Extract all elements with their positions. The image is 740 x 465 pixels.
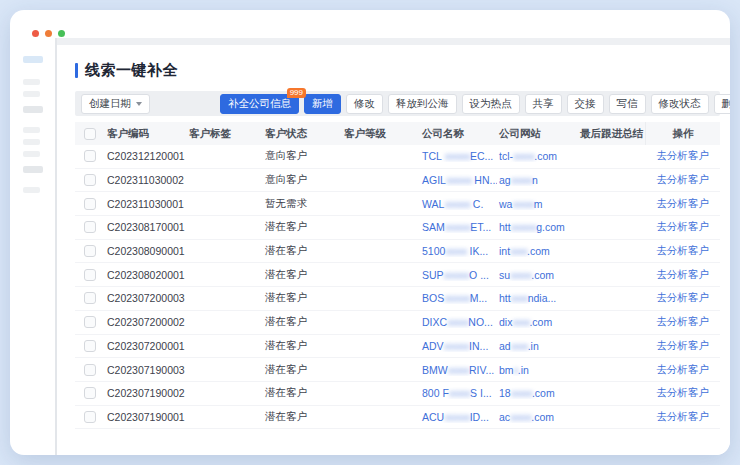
column-header-customer-code: 客户编码 [105,127,187,141]
company-name-link[interactable]: BOSxxxxxxM... [420,292,497,304]
website-tail: .com [534,150,557,162]
company-name-link[interactable]: AGILxxxxxx HN... [420,174,497,186]
column-header-followup-summary: 最后跟进总结 [578,127,645,141]
company-name-visible: SUP [422,269,444,281]
company-website-link[interactable]: httxxxxndia... [497,292,578,304]
complete-company-info-button[interactable]: 补全公司信息 999 [220,94,299,114]
maximize-window-button[interactable] [58,30,65,37]
sidebar-item[interactable] [23,127,40,133]
row-checkbox[interactable] [84,292,96,304]
select-all-checkbox[interactable] [84,128,96,140]
company-name-link[interactable]: 5100xxxxx IK... [420,245,497,257]
row-checkbox[interactable] [84,174,96,186]
company-name-link[interactable]: WALxxxxxx C. [420,198,497,210]
company-name-link[interactable]: BMWxxxxxRIV... [420,364,497,376]
company-website-link[interactable]: tcl-xxxxx.com [497,150,578,162]
analyze-customer-link[interactable]: 去分析客户 [656,173,709,185]
sidebar-section[interactable] [23,106,43,113]
sidebar-item-active[interactable] [23,56,43,63]
analyze-customer-link[interactable]: 去分析客户 [656,363,709,375]
company-name-link[interactable]: SAMxxxxxxET... [420,221,497,233]
analyze-customer-link[interactable]: 去分析客户 [656,410,709,422]
minimize-window-button[interactable] [45,30,52,37]
company-website-link[interactable]: suxxxxx.com [497,269,578,281]
table-row: C202307200003 潜在客户 BOSxxxxxxM... httxxxx… [75,287,720,311]
complete-company-info-label: 补全公司信息 [228,97,291,111]
row-checkbox[interactable] [84,387,96,399]
toolbar-button[interactable]: 修改状态 [651,94,709,114]
company-website-link[interactable]: adxxxx.in [497,340,578,352]
sidebar-item[interactable] [23,139,40,145]
sidebar-item[interactable] [23,151,40,157]
table-row: C202307200002 潜在客户 DIXCxxxxxNO... dixxxx… [75,311,720,335]
table-row: C202308020001 潜在客户 SUPxxxxxxO ... suxxxx… [75,263,720,287]
row-checkbox[interactable] [84,411,96,423]
toolbar-button[interactable]: 删除 [714,94,731,114]
website-tail: .in [528,340,539,352]
row-checkbox[interactable] [84,245,96,257]
page-header: 线索一键补全 [75,60,720,80]
company-name-link[interactable]: DIXCxxxxxNO... [420,316,497,328]
analyze-customer-link[interactable]: 去分析客户 [656,315,709,327]
company-name-visible: 800 F [422,387,449,399]
company-website-link[interactable]: intxxxx.com [497,245,578,257]
analyze-customer-link[interactable]: 去分析客户 [656,244,709,256]
row-checkbox[interactable] [84,150,96,162]
toolbar-button[interactable]: 交接 [567,94,604,114]
website-redacted: xxxx [512,316,529,328]
customer-status-cell: 潜在客户 [263,386,342,400]
sidebar-section[interactable] [23,166,43,173]
toolbar-button[interactable]: 共享 [525,94,562,114]
sidebar-item[interactable] [23,187,40,193]
customer-code-cell: C202312120001 [105,150,187,162]
website-tail: ndia... [528,292,557,304]
company-website-link[interactable]: waxxxxxm [497,198,578,210]
company-name-link[interactable]: SUPxxxxxxO ... [420,269,497,281]
company-name-link[interactable]: 800 FxxxxxS I... [420,387,497,399]
website-tail: g.com [536,221,565,233]
row-checkbox[interactable] [84,269,96,281]
company-website-link[interactable]: agxxxxxn [497,174,578,186]
row-checkbox[interactable] [84,316,96,328]
website-visible: ac [499,411,510,423]
website-visible: htt [499,292,511,304]
company-website-link[interactable]: 18xxxxx.com [497,387,578,399]
analyze-customer-link[interactable]: 去分析客户 [656,220,709,232]
add-button[interactable]: 新增 [304,94,341,114]
toolbar-button[interactable]: 释放到公海 [388,94,457,114]
analyze-customer-link[interactable]: 去分析客户 [656,291,709,303]
sidebar-item[interactable] [23,91,40,97]
table-body: C202312120001 意向客户 TCL xxxxxxEC... tcl-x… [75,145,720,429]
creation-date-filter[interactable]: 创建日期 [81,94,150,114]
leads-table: 客户编码 客户标签 客户状态 客户等级 公司名称 公司网站 最后跟进总结 操作 … [75,122,720,429]
company-name-link[interactable]: TCL xxxxxxEC... [420,150,497,162]
analyze-customer-link[interactable]: 去分析客户 [656,386,709,398]
website-redacted: xxxxxx [511,221,537,233]
toolbar-button[interactable]: 设为热点 [462,94,520,114]
sidebar-item[interactable] [23,79,40,85]
website-tail: .com [529,316,552,328]
company-name-link[interactable]: ACUxxxxxxID... [420,411,497,423]
company-website-link[interactable]: bmx.in [497,364,578,376]
toolbar-button[interactable]: 修改 [346,94,383,114]
row-checkbox[interactable] [84,364,96,376]
row-checkbox[interactable] [84,340,96,352]
analyze-customer-link[interactable]: 去分析客户 [656,339,709,351]
company-website-link[interactable]: dixxxxx.com [497,316,578,328]
company-website-link[interactable]: acxxxxx.com [497,411,578,423]
company-name-tail: O ... [469,269,489,281]
column-header-company-website: 公司网站 [497,127,578,141]
company-name-link[interactable]: ADVxxxxxxIN... [420,340,497,352]
analyze-customer-link[interactable]: 去分析客户 [656,149,709,161]
customer-status-cell: 意向客户 [263,149,342,163]
website-redacted: xxxx [511,292,528,304]
toolbar-button[interactable]: 写信 [609,94,646,114]
company-website-link[interactable]: httxxxxxxg.com [497,221,578,233]
close-window-button[interactable] [32,30,39,37]
customer-code-cell: C202307200001 [105,340,187,352]
row-checkbox[interactable] [84,198,96,210]
analyze-customer-link[interactable]: 去分析客户 [656,197,709,209]
website-visible: ad [499,340,511,352]
analyze-customer-link[interactable]: 去分析客户 [656,268,709,280]
row-checkbox[interactable] [84,221,96,233]
